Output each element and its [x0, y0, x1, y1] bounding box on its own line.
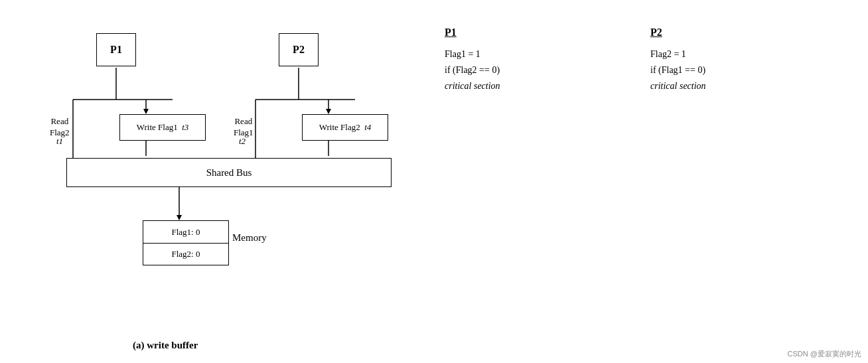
- t2-label: t2: [239, 136, 246, 147]
- p2-code-line3: critical section: [650, 81, 830, 92]
- write-flag2-box: Write Flag2 t4: [302, 114, 388, 141]
- p2-box: P2: [279, 33, 319, 66]
- p1-box: P1: [96, 33, 136, 66]
- right-panel-grid: P1 Flag1 = 1 if (Flag2 == 0) critical se…: [445, 27, 830, 97]
- t1-label: t1: [56, 136, 63, 147]
- p1-code-line1: Flag1 = 1: [445, 49, 624, 60]
- svg-marker-4: [143, 109, 149, 114]
- p1-label: P1: [110, 44, 122, 56]
- read-flag1-label: ReadFlag1: [234, 116, 253, 139]
- svg-marker-15: [177, 215, 182, 220]
- right-panel: P1 Flag1 = 1 if (Flag2 == 0) critical se…: [445, 27, 830, 97]
- p2-code-line1: Flag2 = 1: [650, 49, 830, 60]
- p1-column: P1 Flag1 = 1 if (Flag2 == 0) critical se…: [445, 27, 624, 97]
- p2-code-line2: if (Flag1 == 0): [650, 65, 830, 76]
- p1-code-line2: if (Flag2 == 0): [445, 65, 624, 76]
- watermark: CSDN @爱寂寞的时光: [788, 349, 861, 359]
- diagram-area: P1 P2 ReadFlag2 t1 Write Flag1 t3 ReadFl…: [20, 13, 431, 345]
- p1-code-line3: critical section: [445, 81, 624, 92]
- p2-label: P2: [293, 44, 305, 56]
- write-flag1-box: Write Flag1 t3: [119, 114, 206, 141]
- memory-label: Memory: [232, 232, 267, 244]
- p2-column: P2 Flag2 = 1 if (Flag1 == 0) critical se…: [650, 27, 830, 97]
- shared-bus: Shared Bus: [66, 158, 392, 187]
- read-flag2-label: ReadFlag2: [50, 116, 70, 139]
- caption: (a) write buffer: [133, 340, 198, 351]
- p1-col-header: P1: [445, 27, 624, 38]
- memory-flag1-box: Flag1: 0: [143, 220, 229, 243]
- p2-col-header: P2: [650, 27, 830, 38]
- shared-bus-label: Shared Bus: [206, 167, 252, 179]
- memory-flag2-box: Flag2: 0: [143, 243, 229, 265]
- svg-marker-9: [326, 109, 331, 114]
